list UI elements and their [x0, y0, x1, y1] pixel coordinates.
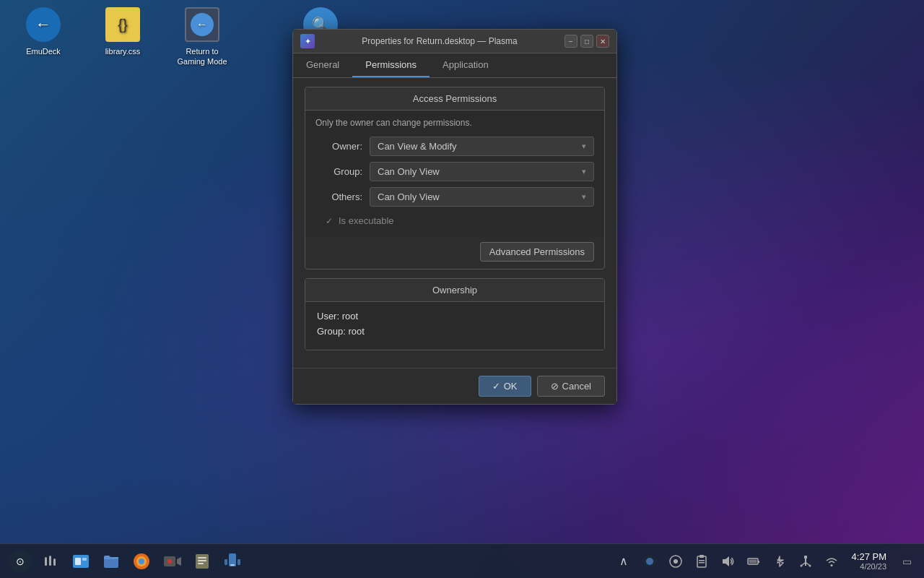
return-gaming-label: Return toGaming Mode	[177, 46, 227, 67]
steam-icon: ⊙	[9, 550, 32, 573]
executable-label: Is executable	[339, 215, 394, 226]
tray-volume[interactable]	[716, 550, 739, 573]
svg-rect-20	[237, 559, 240, 565]
svg-marker-29	[723, 556, 729, 566]
owner-notice: Only the owner can change permissions.	[315, 118, 594, 128]
desktop-icon-emudeck[interactable]: EmuDeck	[14, 7, 72, 67]
owner-select-arrow: ▾	[582, 142, 586, 151]
group-row: Group: Can Only View ▾	[315, 162, 594, 181]
owner-value: Can View & Modify	[378, 141, 457, 152]
system-tray: ∧	[612, 550, 918, 573]
discover-icon	[71, 551, 91, 571]
clock-time: 4:27 PM	[852, 551, 886, 562]
ownership-user-value: root	[342, 311, 358, 322]
ok-label: OK	[504, 381, 518, 392]
chevron-up-icon: ∧	[619, 554, 628, 568]
desktop: EmuDeck {} library.css ← Return toGaming…	[0, 0, 924, 578]
tray-battery[interactable]	[742, 550, 765, 573]
svg-rect-0	[45, 557, 47, 566]
firefox-icon	[131, 551, 152, 571]
svg-point-37	[830, 564, 832, 566]
svg-rect-26	[699, 555, 704, 558]
tray-bluetooth[interactable]	[768, 550, 791, 573]
svg-rect-25	[697, 556, 706, 567]
group-select-arrow: ▾	[582, 167, 586, 176]
clock[interactable]: 4:27 PM 4/20/23	[846, 551, 892, 571]
others-label: Others:	[315, 191, 362, 202]
tray-audio-settings[interactable]	[664, 550, 687, 573]
owner-label: Owner:	[315, 141, 362, 152]
dialog-footer: ✓ OK ⊘ Cancel	[293, 368, 616, 404]
advanced-btn-row: Advanced Permissions	[305, 236, 604, 269]
ownership-body: User: root Group: root	[305, 302, 604, 350]
desktop-icon-library-css[interactable]: {} library.css	[94, 7, 152, 67]
dialog-content: Access Permissions Only the owner can ch…	[293, 78, 616, 368]
tab-application[interactable]: Application	[430, 53, 502, 77]
group-value: Can Only View	[378, 166, 440, 177]
network-icon	[824, 554, 839, 569]
svg-rect-31	[758, 561, 759, 563]
tab-permissions[interactable]: Permissions	[352, 53, 430, 77]
tray-steam[interactable]	[638, 550, 661, 573]
executable-row: ✓ Is executable	[315, 212, 594, 229]
steam-tray-icon	[642, 554, 657, 569]
taskbar-firefox[interactable]	[127, 547, 156, 576]
svg-rect-19	[225, 559, 227, 565]
taskbar-kde-connect[interactable]	[218, 547, 247, 576]
cancel-label: Cancel	[562, 381, 591, 392]
taskbar-discover[interactable]	[66, 547, 95, 576]
tray-chevron-up[interactable]: ∧	[612, 550, 635, 573]
svg-rect-32	[749, 559, 757, 563]
svg-rect-4	[75, 558, 81, 565]
desktop-icons: EmuDeck {} library.css ← Return toGaming…	[14, 7, 231, 67]
tab-general[interactable]: General	[293, 53, 352, 77]
dialog-title: Properties for Return.desktop — Plasma	[321, 36, 559, 46]
svg-rect-28	[699, 562, 705, 564]
taskbar-steam[interactable]: ⊙	[6, 547, 35, 576]
taskbar-files[interactable]	[97, 547, 126, 576]
svg-rect-18	[230, 564, 235, 566]
group-label: Group:	[315, 166, 362, 177]
tray-clipboard[interactable]	[690, 550, 713, 573]
library-css-icon: {}	[105, 7, 140, 42]
ownership-title: Ownership	[305, 279, 604, 302]
group-select[interactable]: Can Only View ▾	[370, 162, 594, 181]
executable-checkmark: ✓	[326, 216, 333, 226]
taskbar-recorder[interactable]	[157, 547, 186, 576]
show-desktop-button[interactable]: ▭	[895, 550, 918, 573]
close-button[interactable]: ✕	[596, 35, 609, 48]
ownership-group-value: root	[348, 326, 364, 337]
svg-point-24	[674, 559, 678, 564]
tray-usb[interactable]	[794, 550, 817, 573]
svg-rect-15	[198, 560, 206, 561]
taskbar-notes[interactable]	[188, 547, 217, 576]
show-desktop-icon: ▭	[902, 556, 912, 567]
svg-point-9	[139, 558, 144, 564]
ownership-group-row: Group: root	[317, 326, 593, 337]
dialog-tabs: General Permissions Application	[293, 53, 616, 78]
svg-point-12	[167, 559, 172, 564]
ok-check-icon: ✓	[492, 381, 500, 392]
taskbar-mixer[interactable]	[36, 547, 65, 576]
advanced-permissions-button[interactable]: Advanced Permissions	[480, 242, 594, 262]
tray-network[interactable]	[820, 550, 843, 573]
svg-rect-1	[49, 556, 51, 566]
cancel-button[interactable]: ⊘ Cancel	[537, 376, 605, 397]
desktop-icon-return-gaming[interactable]: ← Return toGaming Mode	[173, 7, 231, 67]
ownership-user-label: User:	[317, 311, 339, 322]
svg-rect-2	[53, 558, 56, 566]
minimize-button[interactable]: −	[565, 35, 578, 48]
ok-button[interactable]: ✓ OK	[479, 376, 531, 397]
others-select[interactable]: Can Only View ▾	[370, 187, 594, 207]
usb-icon	[798, 554, 813, 569]
taskbar: ⊙	[0, 543, 924, 578]
clipboard-icon	[694, 554, 709, 569]
files-icon	[102, 552, 121, 571]
others-select-arrow: ▾	[582, 192, 586, 202]
emudeck-label: EmuDeck	[26, 46, 61, 56]
owner-select[interactable]: Can View & Modify ▾	[370, 137, 594, 156]
emudeck-icon	[26, 7, 61, 42]
return-gaming-icon: ←	[185, 7, 219, 42]
svg-point-36	[808, 564, 811, 566]
maximize-button[interactable]: □	[580, 35, 593, 48]
